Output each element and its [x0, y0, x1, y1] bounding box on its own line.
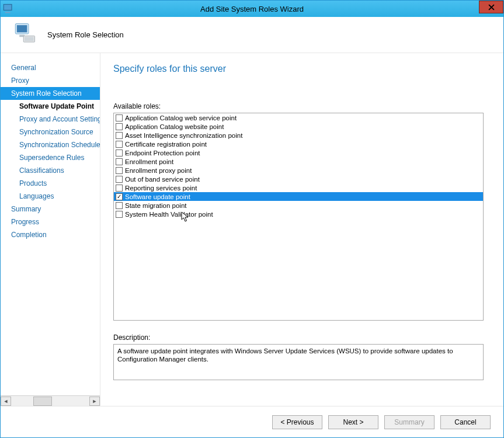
svg-rect-0 [4, 5, 12, 11]
close-button[interactable] [479, 1, 503, 13]
role-checkbox[interactable]: ✓ [116, 193, 123, 200]
sidebar-scrollbar[interactable]: ◄ ► [1, 395, 100, 406]
nav-item[interactable]: Classifications [1, 164, 100, 177]
nav-item[interactable]: Software Update Point [1, 100, 100, 113]
nav-item[interactable]: Summary [1, 203, 100, 215]
scroll-left-button[interactable]: ◄ [1, 397, 11, 406]
role-row[interactable]: State migration point [114, 201, 483, 210]
role-label: State migration point [125, 202, 186, 209]
description-text: A software update point integrates with … [117, 347, 453, 363]
wizard-header: System Role Selection [1, 17, 503, 53]
role-label: Certificate registration point [125, 141, 207, 148]
role-label: System Health Validator point [125, 211, 213, 218]
wizard-footer: < Previous Next > Summary Cancel [1, 406, 503, 437]
role-label: Application Catalog website point [125, 123, 224, 130]
role-checkbox[interactable] [116, 132, 123, 139]
role-label: Enrollment point [125, 158, 173, 165]
role-label: Endpoint Protection point [125, 150, 200, 157]
role-checkbox[interactable] [116, 158, 123, 165]
nav-item[interactable]: Proxy and Account Settings [1, 113, 100, 126]
nav-item[interactable]: Progress [1, 215, 100, 228]
svg-rect-3 [17, 25, 27, 32]
computer-icon [12, 22, 37, 48]
role-checkbox[interactable] [116, 150, 123, 157]
svg-rect-1 [5, 12, 11, 13]
role-label: Asset Intelligence synchronization point [125, 132, 242, 139]
role-row[interactable]: Asset Intelligence synchronization point [114, 131, 483, 140]
role-row[interactable]: System Health Validator point [114, 210, 483, 218]
nav-item[interactable]: Products [1, 177, 100, 190]
role-row[interactable]: ✓Software update point [114, 192, 483, 201]
role-label: Software update point [125, 193, 190, 200]
nav-item[interactable]: Proxy [1, 74, 100, 87]
role-label: Out of band service point [125, 176, 200, 183]
nav-item[interactable]: Synchronization Schedule [1, 138, 100, 151]
nav-item[interactable]: General [1, 61, 100, 74]
app-icon [3, 3, 15, 15]
scroll-track[interactable] [11, 397, 89, 406]
nav-item[interactable]: Supersedence Rules [1, 151, 100, 164]
main-panel: Specify roles for this server Available … [100, 53, 503, 406]
scroll-thumb[interactable] [33, 397, 52, 406]
available-roles-list[interactable]: Application Catalog web service pointApp… [113, 113, 484, 321]
cancel-button[interactable]: Cancel [440, 415, 491, 429]
summary-button: Summary [384, 415, 435, 429]
role-checkbox[interactable] [116, 185, 123, 192]
page-heading: System Role Selection [47, 30, 124, 39]
role-row[interactable]: Enrollment proxy point [114, 166, 483, 175]
role-row[interactable]: Out of band service point [114, 175, 483, 183]
role-label: Application Catalog web service point [125, 114, 237, 121]
sidebar: GeneralProxySystem Role SelectionSoftwar… [1, 53, 100, 406]
role-row[interactable]: Endpoint Protection point [114, 148, 483, 157]
role-row[interactable]: Reporting services point [114, 183, 483, 192]
titlebar: Add Site System Roles Wizard [1, 1, 503, 17]
role-checkbox[interactable] [116, 211, 123, 218]
nav-item[interactable]: Languages [1, 190, 100, 203]
role-row[interactable]: Application Catalog web service point [114, 113, 483, 122]
nav-item[interactable]: Completion [1, 228, 100, 241]
available-roles-label: Available roles: [113, 102, 484, 110]
wizard-window: Add Site System Roles Wizard System Role… [0, 0, 504, 438]
role-checkbox[interactable] [116, 202, 123, 209]
scroll-right-button[interactable]: ► [89, 397, 100, 406]
role-checkbox[interactable] [116, 176, 123, 183]
wizard-body: GeneralProxySystem Role SelectionSoftwar… [1, 53, 503, 406]
role-checkbox[interactable] [116, 167, 123, 174]
role-label: Reporting services point [125, 185, 197, 192]
nav-list: GeneralProxySystem Role SelectionSoftwar… [1, 53, 100, 395]
description-box: A software update point integrates with … [113, 344, 484, 380]
role-row[interactable]: Certificate registration point [114, 140, 483, 148]
nav-item[interactable]: System Role Selection [1, 87, 100, 100]
role-row[interactable]: Enrollment point [114, 157, 483, 166]
role-checkbox[interactable] [116, 114, 123, 121]
next-button[interactable]: Next > [328, 415, 378, 429]
role-checkbox[interactable] [116, 141, 123, 148]
nav-item[interactable]: Synchronization Source [1, 126, 100, 138]
previous-button[interactable]: < Previous [272, 415, 322, 429]
role-row[interactable]: Application Catalog website point [114, 122, 483, 131]
role-checkbox[interactable] [116, 123, 123, 130]
description-label: Description: [113, 333, 484, 342]
svg-rect-6 [25, 37, 34, 41]
window-title: Add Site System Roles Wizard [200, 5, 304, 13]
role-label: Enrollment proxy point [125, 167, 192, 174]
main-title: Specify roles for this server [113, 64, 484, 74]
